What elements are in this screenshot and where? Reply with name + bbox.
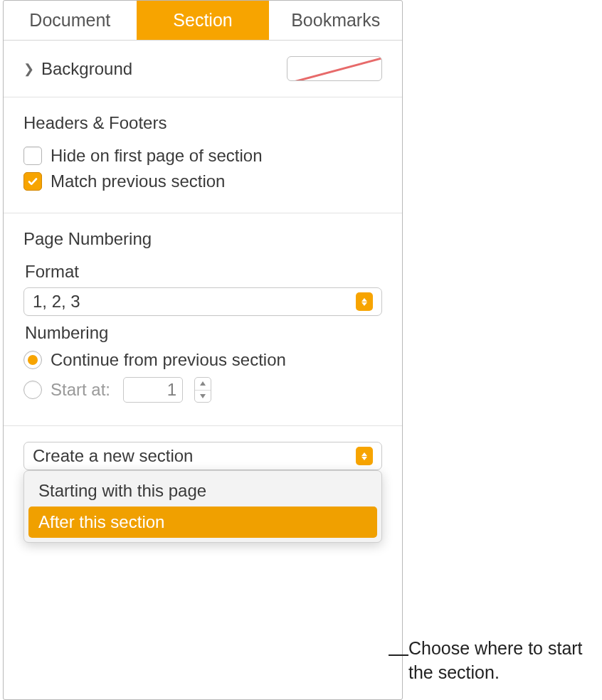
format-popup[interactable]: 1, 2, 3: [23, 287, 382, 316]
chevron-right-icon[interactable]: ❯: [23, 61, 34, 77]
hide-first-page-checkbox[interactable]: [23, 147, 42, 165]
inspector-tabs: Document Section Bookmarks: [4, 1, 402, 41]
page-numbering-title: Page Numbering: [23, 229, 382, 249]
create-section-menu: Starting with this page After this secti…: [23, 470, 382, 543]
stepper-up-icon[interactable]: [195, 378, 211, 391]
background-color-well[interactable]: [287, 56, 382, 81]
updown-arrows-icon: [356, 447, 373, 465]
numbering-label: Numbering: [25, 323, 382, 343]
match-previous-label: Match previous section: [51, 171, 225, 191]
annotation-leader-line: [389, 654, 408, 656]
tab-bookmarks[interactable]: Bookmarks: [269, 1, 402, 40]
create-section-label: Create a new section: [33, 446, 193, 466]
check-icon: [27, 176, 38, 187]
headers-footers-section: Headers & Footers Hide on first page of …: [4, 97, 402, 213]
start-at-stepper[interactable]: [194, 377, 211, 403]
updown-arrows-icon: [356, 292, 373, 311]
create-section-block: Create a new section Starting with this …: [4, 426, 402, 513]
menu-item-starting-with-this-page[interactable]: Starting with this page: [28, 475, 377, 507]
match-previous-checkbox[interactable]: [23, 172, 42, 191]
start-at-field[interactable]: 1: [123, 377, 183, 403]
continue-radio[interactable]: [23, 351, 42, 369]
tab-section[interactable]: Section: [137, 1, 270, 40]
background-section: ❯ Background: [4, 41, 402, 97]
format-value: 1, 2, 3: [33, 292, 80, 312]
hide-first-page-label: Hide on first page of section: [51, 146, 263, 166]
create-section-popup[interactable]: Create a new section: [23, 442, 382, 470]
inspector-panel: Document Section Bookmarks ❯ Background …: [3, 0, 403, 700]
headers-footers-title: Headers & Footers: [23, 113, 382, 133]
menu-item-after-this-section[interactable]: After this section: [28, 507, 377, 538]
start-at-label: Start at:: [51, 380, 110, 400]
format-label: Format: [25, 262, 382, 282]
page-numbering-section: Page Numbering Format 1, 2, 3 Numbering …: [4, 213, 402, 426]
background-label[interactable]: Background: [41, 59, 132, 79]
start-at-value: 1: [167, 380, 176, 400]
continue-label: Continue from previous section: [51, 350, 286, 370]
annotation-text: Choose where to start the section.: [408, 637, 596, 685]
stepper-down-icon[interactable]: [195, 391, 211, 403]
start-at-radio[interactable]: [23, 381, 42, 399]
tab-document[interactable]: Document: [4, 1, 137, 40]
